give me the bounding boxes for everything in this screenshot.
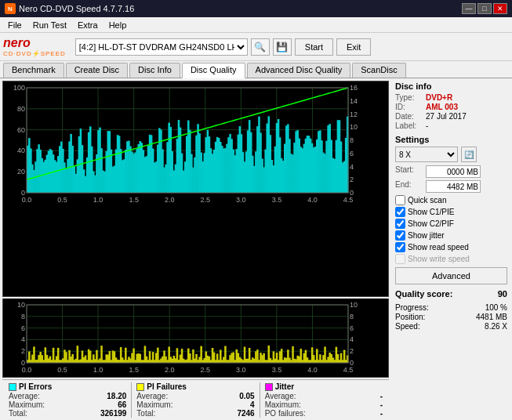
date-value: 27 Jul 2017	[426, 112, 467, 121]
jitter-max-value: -	[380, 400, 383, 409]
quality-label: Quality score:	[395, 289, 452, 299]
tab-disc-info[interactable]: Disc Info	[129, 63, 180, 78]
progress-label: Progress:	[395, 303, 429, 312]
quality-section: Quality score: 90	[395, 289, 507, 299]
pi-failures-color	[136, 383, 144, 391]
advanced-button[interactable]: Advanced	[395, 267, 507, 284]
id-label: ID:	[395, 103, 423, 111]
pi-total-label: Total:	[9, 409, 27, 418]
pi-errors-label: PI Errors	[19, 382, 52, 391]
tab-bar: Benchmark Create Disc Disc Info Disc Qua…	[0, 61, 512, 78]
end-label: End:	[395, 180, 423, 193]
type-label: Type:	[395, 93, 423, 102]
pi-failures-stat: PI Failures Average:0.05 Maximum:4 Total…	[133, 382, 257, 418]
tab-disc-quality[interactable]: Disc Quality	[182, 63, 245, 78]
pif-avg-label: Average:	[136, 392, 168, 400]
pif-max-label: Maximum:	[136, 400, 172, 409]
tab-advanced-disc-quality[interactable]: Advanced Disc Quality	[247, 63, 351, 78]
jitter-color	[265, 383, 273, 391]
pi-failures-label: PI Failures	[147, 382, 187, 391]
drive-select[interactable]: [4:2] HL-DT-ST DVDRAM GH24NSD0 LH00	[75, 38, 248, 56]
disc-info-title: Disc info	[395, 81, 507, 91]
speed-select[interactable]: 8 X 4 X 12 X 16 X Max	[395, 147, 458, 162]
show-read-speed-label: Show read speed	[408, 243, 469, 252]
quick-scan-checkbox[interactable]	[395, 195, 405, 205]
show-c2-pif-checkbox[interactable]	[395, 219, 405, 229]
chart-area: PI Errors Average:18.20 Maximum:66 Total…	[2, 81, 389, 420]
progress-value: 100 %	[485, 303, 507, 312]
show-c2-pif-label: Show C2/PIF	[408, 219, 454, 228]
main-content: PI Errors Average:18.20 Maximum:66 Total…	[0, 78, 512, 420]
speed-label: Speed:	[395, 322, 420, 331]
show-jitter-checkbox[interactable]	[395, 230, 405, 241]
tab-benchmark[interactable]: Benchmark	[3, 63, 64, 78]
pif-total-value: 7246	[237, 409, 254, 418]
menu-file[interactable]: File	[3, 19, 27, 31]
start-input[interactable]	[426, 165, 481, 178]
jitter-avg-value: -	[380, 392, 383, 400]
pi-max-value: 66	[118, 400, 126, 409]
toolbar: nero CD·DVD⚡SPEED [4:2] HL-DT-ST DVDRAM …	[0, 33, 512, 61]
date-label: Date:	[395, 112, 423, 121]
menu-bar: File Run Test Extra Help	[0, 17, 512, 33]
type-value: DVD+R	[426, 93, 452, 102]
app-title: Nero CD-DVD Speed 4.7.7.16	[19, 4, 134, 13]
show-read-speed-checkbox[interactable]	[395, 242, 405, 252]
maximize-button[interactable]: □	[478, 3, 492, 14]
pi-total-value: 326199	[100, 409, 126, 418]
pi-errors-stat: PI Errors Average:18.20 Maximum:66 Total…	[5, 382, 129, 418]
pif-total-label: Total:	[136, 409, 155, 418]
jitter-stat: Jitter Average:- Maximum:- PO failures:-	[262, 382, 386, 418]
id-value: AML 003	[426, 103, 458, 111]
minimize-button[interactable]: —	[462, 3, 476, 14]
progress-section: Progress: 100 % Position: 4481 MB Speed:…	[395, 303, 507, 331]
start-label: Start:	[395, 165, 423, 178]
pif-avg-value: 0.05	[239, 392, 254, 400]
lower-chart	[2, 299, 389, 378]
pi-avg-label: Average:	[9, 392, 40, 400]
tab-scandisc[interactable]: ScanDisc	[352, 63, 405, 78]
speed-value: 8.26 X	[485, 322, 507, 331]
settings-title: Settings	[395, 135, 507, 144]
info-panel: Disc info Type: DVD+R ID: AML 003 Date: …	[390, 78, 512, 420]
show-write-speed-checkbox[interactable]	[395, 254, 405, 264]
upper-chart	[2, 81, 389, 297]
pif-max-value: 4	[250, 400, 255, 409]
position-label: Position:	[395, 313, 425, 321]
disc-info-section: Disc info Type: DVD+R ID: AML 003 Date: …	[395, 81, 507, 130]
start-button[interactable]: Start	[295, 38, 333, 56]
settings-icon-button[interactable]: 🔄	[461, 147, 477, 162]
exit-button[interactable]: Exit	[336, 38, 371, 56]
end-input[interactable]	[426, 180, 481, 193]
stats-bar: PI Errors Average:18.20 Maximum:66 Total…	[2, 379, 389, 420]
app-icon: N	[5, 3, 16, 14]
po-failures-value: -	[380, 409, 383, 418]
jitter-label: Jitter	[275, 382, 294, 391]
po-failures-label: PO failures:	[265, 409, 306, 418]
pi-avg-value: 18.20	[107, 392, 126, 400]
show-jitter-label: Show jitter	[408, 231, 445, 240]
settings-section: Settings 8 X 4 X 12 X 16 X Max 🔄 Start: …	[395, 135, 507, 284]
scan-icon-button[interactable]: 🔍	[251, 38, 270, 56]
close-button[interactable]: ✕	[493, 3, 507, 14]
tab-create-disc[interactable]: Create Disc	[66, 63, 128, 78]
title-bar: N Nero CD-DVD Speed 4.7.7.16 — □ ✕	[0, 0, 512, 17]
quality-value: 90	[498, 289, 507, 299]
pi-errors-color	[9, 383, 16, 391]
show-c1-pie-checkbox[interactable]	[395, 207, 405, 217]
disc-label-label: Label:	[395, 121, 423, 130]
jitter-avg-label: Average:	[265, 392, 296, 400]
menu-extra[interactable]: Extra	[73, 19, 103, 31]
save-icon-button[interactable]: 💾	[273, 38, 292, 56]
nero-logo: nero CD·DVD⚡SPEED	[3, 36, 66, 57]
menu-help[interactable]: Help	[104, 19, 132, 31]
show-write-speed-label: Show write speed	[408, 255, 470, 263]
disc-label-value: -	[426, 121, 428, 130]
pi-max-label: Maximum:	[9, 400, 45, 409]
quick-scan-label: Quick scan	[408, 196, 446, 205]
position-value: 4481 MB	[476, 313, 507, 321]
menu-run-test[interactable]: Run Test	[28, 19, 71, 31]
show-c1-pie-label: Show C1/PIE	[408, 208, 454, 216]
jitter-max-label: Maximum:	[265, 400, 301, 409]
